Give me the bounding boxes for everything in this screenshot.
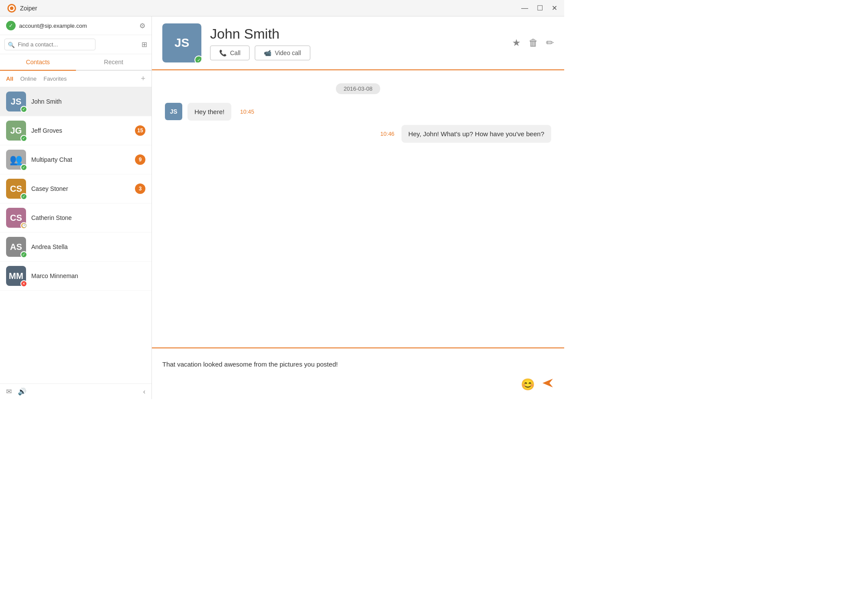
video-call-label: Video call	[275, 49, 301, 56]
filter-favorites[interactable]: Favorites	[43, 75, 66, 82]
avatar: CS 🕐	[6, 208, 26, 228]
volume-icon[interactable]: 🔊	[18, 387, 26, 396]
list-item[interactable]: JG ✓ Jeff Groves 15	[0, 116, 151, 145]
add-contact-button[interactable]: +	[141, 74, 145, 83]
contact-name: John Smith	[31, 98, 145, 105]
avatar: JG ✓	[6, 121, 26, 141]
footer-icons: ✉ 🔊	[6, 387, 26, 396]
message-input[interactable]	[162, 355, 554, 373]
chat-action-buttons: 📞 Call 📹 Video call	[210, 46, 310, 60]
sidebar-tabs: Contacts Recent	[0, 54, 151, 71]
emoji-icon[interactable]: 😊	[521, 378, 535, 391]
account-email: account@sip.example.com	[19, 23, 87, 29]
send-icon	[542, 377, 554, 389]
titlebar: Zoiper — ☐ ✕	[0, 0, 564, 16]
search-input[interactable]	[4, 39, 95, 50]
list-item[interactable]: JS ✓ John Smith	[0, 87, 151, 116]
mail-icon[interactable]: ✉	[6, 387, 12, 396]
message-bubble: Hey, John! What's up? How have you've be…	[401, 125, 551, 143]
minimize-button[interactable]: —	[521, 4, 528, 12]
collapse-icon[interactable]: ‹	[143, 388, 145, 396]
grid-view-icon[interactable]: ⊞	[141, 40, 147, 49]
avatar: AS ✓	[6, 237, 26, 257]
list-item[interactable]: AS ✓ Andrea Stella	[0, 233, 151, 262]
chat-messages: 2016-03-08 JS Hey there! 10:45 10:46 Hey…	[152, 70, 564, 347]
video-icon: 📹	[264, 49, 271, 56]
contact-name: Marco Minneman	[31, 272, 145, 279]
list-item[interactable]: 👥 ✓ Multiparty Chat 9	[0, 145, 151, 174]
main-layout: ✓ account@sip.example.com ⚙ 🔍 ⊞ Contacts…	[0, 16, 564, 399]
search-wrapper: 🔍	[4, 39, 139, 50]
account-info: ✓ account@sip.example.com	[6, 21, 87, 30]
avatar: MM ✕	[6, 266, 26, 286]
sidebar-footer: ✉ 🔊 ‹	[0, 383, 151, 399]
contact-name: Jeff Groves	[31, 127, 130, 134]
date-badge: 2016-03-08	[336, 83, 381, 94]
call-label: Call	[230, 49, 240, 56]
chat-input-footer: 😊	[162, 377, 554, 392]
filter-online[interactable]: Online	[20, 75, 37, 82]
chat-area: JS ✓ John Smith 📞 Call 📹 Video call	[152, 16, 564, 399]
app-title: Zoiper	[20, 5, 37, 12]
message-text: Hey, John! What's up? How have you've be…	[408, 130, 544, 138]
titlebar-controls: — ☐ ✕	[521, 4, 557, 12]
star-icon[interactable]: ★	[512, 37, 521, 49]
message-row: 10:46 Hey, John! What's up? How have you…	[165, 125, 551, 143]
message-avatar: JS	[165, 103, 182, 120]
message-row: JS Hey there! 10:45	[165, 103, 551, 121]
contact-name: Multiparty Chat	[31, 156, 130, 163]
chat-contact-name: John Smith	[210, 26, 310, 42]
avatar: JS ✓	[6, 92, 26, 111]
date-separator: 2016-03-08	[165, 83, 551, 94]
chat-header-actions: ★ 🗑 ✏	[512, 37, 554, 49]
message-time: 10:45	[240, 108, 254, 115]
edit-icon[interactable]: ✏	[546, 37, 554, 49]
app-logo-icon	[7, 3, 16, 13]
unread-badge: 3	[135, 183, 145, 194]
contact-name: Catherin Stone	[31, 214, 145, 221]
list-item[interactable]: CS ✓ Casey Stoner 3	[0, 174, 151, 203]
status-indicator: ✓	[20, 135, 27, 142]
search-bar: 🔍 ⊞	[0, 35, 151, 54]
sidebar: ✓ account@sip.example.com ⚙ 🔍 ⊞ Contacts…	[0, 16, 152, 399]
send-button[interactable]	[542, 377, 554, 392]
avatar: 👥 ✓	[6, 150, 26, 170]
status-indicator: ✓	[20, 106, 27, 113]
message-time: 10:46	[380, 131, 395, 137]
unread-badge: 15	[135, 125, 145, 136]
contacts-list: JS ✓ John Smith JG ✓ Jeff Groves 15	[0, 87, 151, 383]
tab-contacts[interactable]: Contacts	[0, 54, 76, 71]
chat-input-area: 😊	[152, 347, 564, 399]
account-status-icon: ✓	[6, 21, 16, 30]
tab-recent[interactable]: Recent	[76, 54, 152, 70]
list-item[interactable]: MM ✕ Marco Minneman	[0, 262, 151, 291]
phone-icon: 📞	[219, 49, 227, 56]
avatar: CS ✓	[6, 179, 26, 199]
contact-filters: All Online Favorites +	[0, 71, 151, 87]
search-icon: 🔍	[8, 41, 15, 48]
contact-name: Andrea Stella	[31, 243, 145, 250]
chat-contact-avatar: JS ✓	[162, 23, 201, 62]
chat-header: JS ✓ John Smith 📞 Call 📹 Video call	[152, 16, 564, 70]
chat-contact-info: John Smith 📞 Call 📹 Video call	[210, 26, 310, 60]
svg-point-2	[10, 7, 13, 10]
maximize-button[interactable]: ☐	[537, 4, 543, 12]
close-button[interactable]: ✕	[552, 4, 557, 12]
call-button[interactable]: 📞 Call	[210, 46, 250, 60]
list-item[interactable]: CS 🕐 Catherin Stone	[0, 203, 151, 233]
status-indicator: 🕐	[20, 222, 27, 229]
settings-icon[interactable]: ⚙	[139, 22, 145, 30]
video-call-button[interactable]: 📹 Video call	[255, 46, 310, 60]
svg-marker-3	[542, 379, 553, 387]
status-indicator: ✕	[20, 280, 27, 287]
titlebar-left: Zoiper	[7, 3, 37, 13]
chat-status-icon: ✓	[194, 56, 201, 62]
message-text: Hey there!	[194, 108, 224, 115]
unread-badge: 9	[135, 154, 145, 165]
delete-icon[interactable]: 🗑	[529, 37, 538, 49]
message-bubble: Hey there!	[187, 103, 231, 121]
filter-all[interactable]: All	[6, 75, 13, 82]
status-indicator: ✓	[20, 251, 27, 258]
status-indicator: ✓	[20, 164, 27, 171]
contact-name: Casey Stoner	[31, 185, 130, 192]
